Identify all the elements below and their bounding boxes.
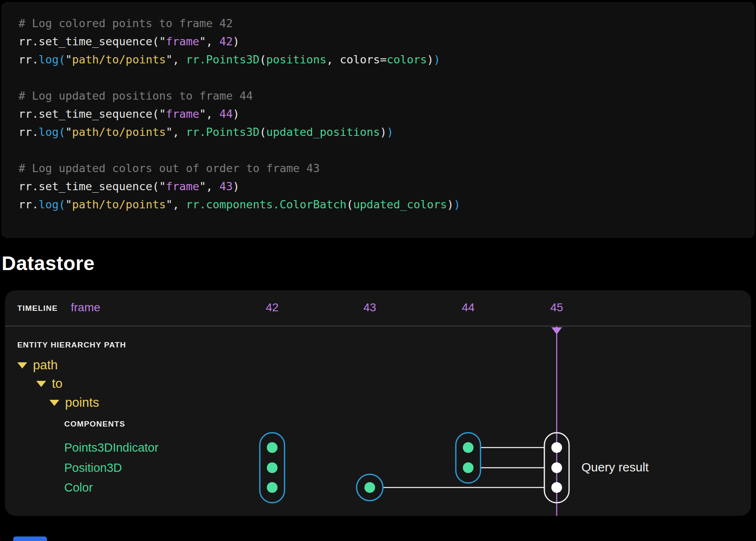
code-token: path/to/points (72, 126, 166, 138)
dot-query-indicator (551, 442, 562, 453)
code-snippet: # Log colored points to frame 42rr.set_t… (19, 14, 737, 214)
code-token: " (65, 126, 72, 138)
code-line (19, 141, 737, 159)
code-token: rr.Points3D (186, 126, 259, 138)
code-token: 43 (219, 180, 233, 193)
frame-column-43: 43 (363, 301, 376, 314)
component-name-Color: Color (64, 481, 93, 494)
code-token: # Log updated positions to frame 44 (19, 89, 253, 102)
bottom-partial-button[interactable] (13, 536, 47, 541)
dot-frame42-position (267, 462, 278, 473)
code-token: " (159, 35, 166, 48)
code-block: # Log colored points to frame 42rr.set_t… (2, 2, 754, 238)
code-token: path/to/points (72, 198, 166, 211)
entity-tree-item-path: path (17, 358, 58, 373)
code-token: 44 (219, 107, 233, 120)
code-token: frame (166, 180, 199, 193)
code-token: ", (199, 180, 219, 193)
code-token: , colors= (327, 53, 387, 66)
code-token: ) (427, 53, 434, 66)
code-token: ", (199, 35, 219, 48)
code-token: rr. (19, 53, 39, 66)
frame-column-42: 42 (266, 301, 278, 314)
code-token: ) (454, 198, 460, 211)
code-line: rr.set_time_sequence("frame", 44) (19, 105, 737, 123)
code-token: rr. (19, 198, 39, 211)
expand-triangle-icon (49, 400, 59, 406)
code-token: " (65, 53, 72, 66)
code-token: rr. (19, 126, 39, 138)
code-token: ) (380, 126, 387, 138)
component-name-Points3DIndicator: Points3DIndicator (64, 441, 159, 455)
datastore-panel: TIMELINE frame 42434445 ENTITY HIERARCHY… (5, 290, 751, 516)
cell-frame44 (456, 433, 481, 483)
code-line: rr.log("path/to/points", rr.components.C… (19, 196, 737, 214)
time-cursor-marker-icon (551, 327, 562, 334)
code-token: rr.Points3D (186, 53, 259, 66)
code-token: rr.set_time_sequence( (19, 180, 159, 193)
code-token: ( (347, 198, 353, 211)
code-token: positions (266, 53, 327, 66)
code-token: rr.set_time_sequence( (19, 107, 159, 120)
entity-name: points (65, 395, 99, 410)
dot-frame42-indicator (267, 442, 278, 453)
code-token: " (65, 198, 72, 211)
code-token: ) (387, 126, 393, 138)
code-line: # Log updated positions to frame 44 (19, 87, 737, 105)
code-token: ", (166, 126, 186, 138)
code-token: updated_colors (353, 198, 447, 211)
timeline-name: frame (71, 301, 100, 314)
code-token: ) (434, 53, 440, 66)
dot-frame42-color (267, 482, 278, 493)
entity-name: path (33, 358, 58, 373)
expand-triangle-icon (36, 381, 46, 387)
code-token: " (159, 180, 166, 193)
code-token: ) (447, 198, 453, 211)
code-token: path/to/points (72, 53, 166, 66)
code-token: updated_positions (266, 126, 380, 138)
code-line: rr.set_time_sequence("frame", 43) (19, 177, 737, 196)
code-token: ", (166, 198, 186, 211)
code-token: frame (166, 35, 199, 48)
code-token: log( (39, 198, 65, 211)
dot-frame43-color (364, 482, 375, 493)
frame-column-44: 44 (462, 301, 474, 314)
timeline-label: TIMELINE (17, 304, 58, 313)
code-token: frame (166, 107, 199, 120)
dot-query-color (551, 482, 562, 493)
entity-tree-item-to: to (36, 376, 63, 391)
code-token: log( (39, 53, 65, 66)
code-line: rr.log("path/to/points", rr.Points3D(upd… (19, 123, 737, 141)
code-token: rr.set_time_sequence( (19, 35, 159, 48)
code-token: ( (259, 126, 266, 138)
dot-frame44-position (463, 462, 474, 473)
code-token: ", (199, 107, 219, 120)
query-result-capsule (544, 433, 569, 503)
page-title: Datastore (2, 252, 95, 275)
code-line: # Log colored points to frame 42 (19, 14, 737, 33)
code-token: ) (233, 35, 239, 48)
docs-page: { "code": { "lines": [ [{"c":"cm","t":"#… (0, 0, 756, 541)
code-token: log( (39, 126, 65, 138)
code-line: rr.log("path/to/points", rr.Points3D(pos… (19, 51, 737, 69)
code-token: # Log colored points to frame 42 (19, 17, 233, 30)
entity-name: to (52, 376, 63, 391)
code-token: ) (233, 107, 239, 120)
code-line (19, 69, 737, 87)
entity-tree-item-points: points (49, 395, 99, 410)
dot-frame44-indicator (463, 442, 474, 453)
code-token: ", (166, 53, 186, 66)
code-line: rr.set_time_sequence("frame", 42) (19, 33, 737, 51)
components-label: COMPONENTS (64, 420, 125, 429)
code-token: rr.components.ColorBatch (186, 198, 346, 211)
cell-frame43 (357, 474, 383, 501)
entity-hierarchy-label: ENTITY HIERARCHY PATH (17, 340, 126, 350)
expand-triangle-icon (17, 362, 27, 368)
code-token: 42 (219, 35, 233, 48)
code-token: colors (387, 53, 427, 66)
code-token: " (159, 107, 166, 120)
query-result-label: Query result (581, 460, 649, 474)
frame-column-45: 45 (550, 301, 563, 314)
code-line: # Log updated colors out of order to fra… (19, 159, 737, 177)
dot-query-position (551, 462, 562, 473)
